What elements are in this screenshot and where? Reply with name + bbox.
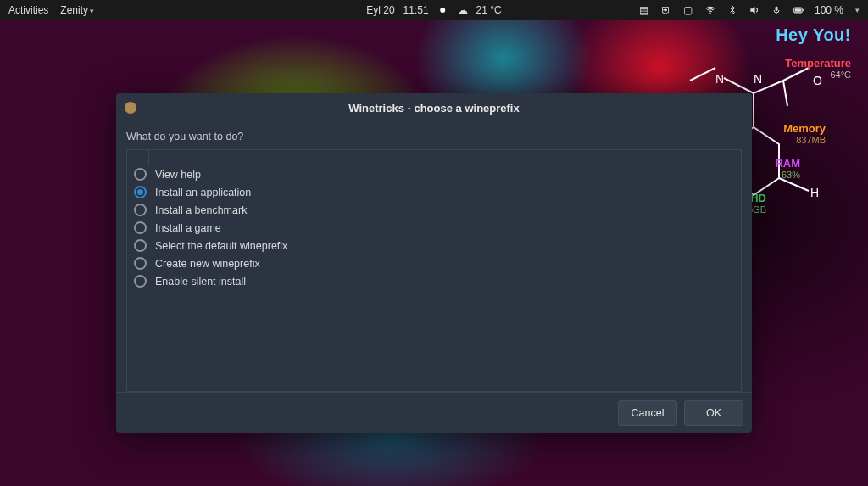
radio-icon[interactable] (134, 186, 147, 198)
shield-icon[interactable]: ⛨ (660, 4, 672, 16)
indicator-icon[interactable]: ▤ (638, 4, 650, 16)
battery-percent[interactable]: 100 % (815, 4, 843, 16)
radio-icon[interactable] (134, 239, 147, 252)
radio-icon[interactable] (134, 168, 147, 181)
option-label: Select the default wineprefix (155, 240, 287, 252)
ok-button[interactable]: OK (684, 400, 743, 426)
option-label: Create new wineprefix (155, 258, 260, 270)
options-list: View helpInstall an applicationInstall a… (126, 149, 742, 392)
winetricks-dialog: Winetricks - choose a wineprefix What do… (116, 93, 752, 433)
volume-icon[interactable] (748, 4, 760, 16)
dialog-footer: Cancel OK (116, 392, 752, 433)
clock-time[interactable]: 11:51 (403, 4, 429, 16)
radio-icon[interactable] (134, 257, 147, 270)
option-view-help[interactable]: View help (127, 165, 741, 183)
options-header (127, 150, 741, 165)
temperature-label: Temperature (748, 57, 851, 70)
monitor-greeting: Hey You! (748, 25, 851, 45)
svg-text:N: N (715, 72, 724, 86)
chevron-down-icon: ▾ (90, 7, 94, 15)
dialog-titlebar[interactable]: Winetricks - choose a wineprefix (116, 93, 752, 122)
option-label: Install a benchmark (155, 204, 247, 216)
svg-rect-1 (775, 7, 777, 12)
ram-value: 63% (748, 170, 800, 180)
option-install-a-benchmark[interactable]: Install a benchmark (127, 201, 741, 219)
mic-icon[interactable] (771, 4, 782, 16)
option-install-a-game[interactable]: Install a game (127, 219, 741, 237)
svg-rect-3 (803, 9, 804, 11)
system-monitor-widget: Hey You! Temperature 64°C Memory 837MB R… (748, 25, 851, 215)
radio-icon[interactable] (134, 204, 147, 216)
weather-icon: ☁ (458, 4, 468, 16)
ram-label: RAM (748, 157, 800, 170)
option-create-new-wineprefix[interactable]: Create new wineprefix (127, 254, 741, 272)
chevron-down-icon: ▾ (855, 6, 860, 14)
battery-icon[interactable] (793, 4, 804, 16)
clock-date[interactable]: Eyl 20 (366, 4, 394, 16)
app-menu[interactable]: Zenity▾ (60, 4, 94, 16)
window-control-icon[interactable] (125, 102, 136, 114)
activities-button[interactable]: Activities (8, 4, 48, 16)
radio-icon[interactable] (134, 275, 147, 288)
option-label: Enable silent install (155, 276, 246, 288)
radio-icon[interactable] (134, 221, 147, 234)
cancel-button[interactable]: Cancel (618, 400, 677, 426)
option-enable-silent-install[interactable]: Enable silent install (127, 272, 741, 290)
option-install-an-application[interactable]: Install an application (127, 183, 741, 201)
option-label: View help (155, 169, 201, 181)
dialog-title: Winetricks - choose a wineprefix (348, 102, 519, 115)
wifi-icon[interactable] (704, 4, 716, 16)
option-select-the-default-wineprefix[interactable]: Select the default wineprefix (127, 237, 741, 254)
bluetooth-icon[interactable] (726, 4, 738, 16)
option-label: Install a game (155, 222, 221, 234)
temperature-value: 64°C (748, 70, 851, 80)
screen-icon[interactable]: ▢ (682, 4, 694, 16)
top-bar: Activities Zenity▾ Eyl 20 11:51 ☁ 21 °C … (0, 0, 868, 20)
option-label: Install an application (155, 187, 251, 198)
weather-temp[interactable]: 21 °C (476, 4, 502, 16)
dialog-prompt: What do you want to do? (126, 131, 742, 142)
svg-point-0 (709, 13, 711, 14)
svg-rect-4 (795, 8, 801, 12)
memory-label: Memory (748, 122, 826, 135)
dot-icon (441, 8, 446, 13)
memory-value: 837MB (748, 135, 826, 145)
